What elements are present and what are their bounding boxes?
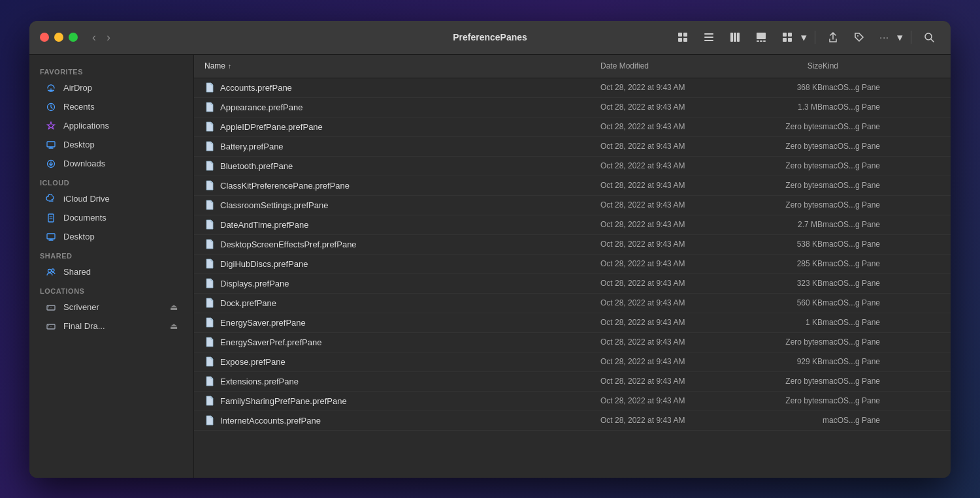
finder-window: ‹ › PreferencePanes	[29, 21, 951, 478]
svg-rect-22	[47, 142, 55, 147]
sidebar-label-documents: Documents	[63, 213, 106, 223]
table-row[interactable]: Dock.prefPane Oct 28, 2022 at 9:43 AM 56…	[194, 294, 951, 313]
svg-rect-15	[788, 33, 792, 37]
file-kind: macOS...g Pane	[823, 337, 940, 347]
view-group-dropdown[interactable]: ▾	[800, 28, 808, 47]
svg-rect-30	[47, 234, 55, 239]
sidebar-item-shared[interactable]: Shared	[35, 263, 188, 281]
sidebar-label-airdrop: AirDrop	[63, 83, 92, 93]
file-date: Oct 28, 2022 at 9:43 AM	[600, 220, 744, 229]
table-row[interactable]: ClassroomSettings.prefPane Oct 28, 2022 …	[194, 196, 951, 215]
svg-rect-0	[678, 33, 682, 37]
svg-rect-11	[757, 40, 759, 42]
table-row[interactable]: Displays.prefPane Oct 28, 2022 at 9:43 A…	[194, 274, 951, 294]
sidebar-item-desktop-fav[interactable]: Desktop	[35, 136, 188, 154]
table-row[interactable]: Accounts.prefPane Oct 28, 2022 at 9:43 A…	[194, 78, 951, 98]
file-date: Oct 28, 2022 at 9:43 AM	[600, 83, 744, 92]
svg-rect-2	[678, 38, 682, 42]
view-list-button[interactable]	[698, 29, 720, 46]
view-group-button[interactable]	[776, 29, 798, 46]
more-dropdown[interactable]: ▾	[896, 28, 904, 47]
table-row[interactable]: EnergySaver.prefPane Oct 28, 2022 at 9:4…	[194, 313, 951, 333]
share-button[interactable]	[822, 29, 844, 46]
svg-rect-13	[763, 40, 766, 42]
favorites-header: Favorites	[29, 63, 193, 78]
file-name-text: ClassroomSettings.prefPane	[220, 200, 328, 210]
sidebar-label-desktop-fav: Desktop	[63, 140, 95, 149]
table-row[interactable]: Bluetooth.prefPane Oct 28, 2022 at 9:43 …	[194, 157, 951, 176]
close-button[interactable]	[40, 33, 49, 42]
table-row[interactable]: DesktopScreenEffectsPref.prefPane Oct 28…	[194, 235, 951, 255]
sidebar-item-documents[interactable]: Documents	[35, 209, 188, 227]
table-row[interactable]: Appearance.prefPane Oct 28, 2022 at 9:43…	[194, 98, 951, 117]
icloud-drive-icon	[45, 193, 57, 205]
col-kind-header[interactable]: Kind	[823, 61, 940, 70]
more-button[interactable]: ···	[874, 29, 894, 45]
table-row[interactable]: EnergySaverPref.prefPane Oct 28, 2022 at…	[194, 333, 951, 352]
sidebar-item-downloads[interactable]: Downloads	[35, 155, 188, 173]
col-name-header[interactable]: Name ↑	[204, 61, 600, 70]
file-icon	[204, 337, 215, 347]
shared-header: Shared	[29, 247, 193, 262]
view-gallery-button[interactable]	[750, 29, 772, 46]
file-date: Oct 28, 2022 at 9:43 AM	[600, 357, 744, 366]
final-draft-eject-icon[interactable]: ⏏	[170, 321, 178, 331]
svg-rect-5	[704, 37, 713, 38]
table-row[interactable]: FamilySharingPrefPane.prefPane Oct 28, 2…	[194, 392, 951, 411]
sidebar-item-icloud-drive[interactable]: iCloud Drive	[35, 190, 188, 208]
sidebar-label-desktop-icloud: Desktop	[63, 232, 95, 241]
svg-rect-14	[783, 33, 787, 37]
file-kind: macOS...g Pane	[823, 102, 940, 112]
col-date-header[interactable]: Date Modified	[600, 61, 744, 70]
final-draft-drive-icon	[45, 320, 57, 332]
back-button[interactable]: ‹	[88, 28, 100, 47]
sidebar-item-final-draft[interactable]: Final Dra... ⏏	[35, 317, 188, 335]
table-row[interactable]: InternetAccounts.prefPane Oct 28, 2022 a…	[194, 411, 951, 431]
file-date: Oct 28, 2022 at 9:43 AM	[600, 298, 744, 307]
maximize-button[interactable]	[69, 33, 78, 42]
search-button[interactable]	[918, 29, 940, 46]
view-columns-button[interactable]	[724, 29, 746, 46]
sidebar-item-recents[interactable]: Recents	[35, 98, 188, 116]
file-date: Oct 28, 2022 at 9:43 AM	[600, 142, 744, 151]
table-row[interactable]: Extensions.prefPane Oct 28, 2022 at 9:43…	[194, 372, 951, 392]
file-name-text: EnergySaverPref.prefPane	[220, 337, 321, 347]
forward-button[interactable]: ›	[103, 28, 114, 47]
file-icon	[204, 200, 215, 210]
sidebar-label-icloud-drive: iCloud Drive	[63, 194, 110, 204]
col-size-header[interactable]: Size	[744, 61, 823, 70]
table-row[interactable]: Battery.prefPane Oct 28, 2022 at 9:43 AM…	[194, 137, 951, 157]
tag-button[interactable]	[848, 29, 870, 46]
file-name-text: Expose.prefPane	[220, 357, 286, 367]
file-date: Oct 28, 2022 at 9:43 AM	[600, 396, 744, 405]
sidebar-item-airdrop[interactable]: AirDrop	[35, 79, 188, 97]
file-name-text: ClassKitPreferencePane.prefPane	[220, 181, 350, 191]
minimize-button[interactable]	[54, 33, 63, 42]
file-icon	[204, 396, 215, 406]
main-content: Name ↑ Date Modified Size Kind	[194, 55, 951, 478]
sidebar-item-desktop-icloud[interactable]: Desktop	[35, 228, 188, 246]
table-row[interactable]: DigiHubDiscs.prefPane Oct 28, 2022 at 9:…	[194, 255, 951, 274]
svg-rect-17	[788, 38, 792, 42]
view-icons-button[interactable]	[672, 29, 694, 46]
file-date: Oct 28, 2022 at 9:43 AM	[600, 102, 744, 112]
file-kind: macOS...g Pane	[823, 181, 940, 190]
table-row[interactable]: AppleIDPrefPane.prefPane Oct 28, 2022 at…	[194, 117, 951, 137]
sort-arrow: ↑	[228, 63, 231, 70]
svg-point-34	[52, 269, 54, 272]
file-size: Zero bytes	[744, 396, 823, 405]
toolbar: ▾ ··· ▾	[672, 28, 940, 47]
svg-point-18	[857, 35, 858, 37]
sidebar-label-recents: Recents	[63, 102, 95, 112]
file-icon	[204, 298, 215, 308]
file-name-text: DigiHubDiscs.prefPane	[220, 259, 308, 269]
sidebar-item-applications[interactable]: Applications	[35, 117, 188, 135]
table-row[interactable]: ClassKitPreferencePane.prefPane Oct 28, …	[194, 176, 951, 196]
file-kind: macOS...g Pane	[823, 357, 940, 366]
sidebar-label-shared: Shared	[63, 267, 91, 277]
sidebar-item-scrivener[interactable]: Scrivener ⏏	[35, 298, 188, 317]
table-row[interactable]: DateAndTime.prefPane Oct 28, 2022 at 9:4…	[194, 215, 951, 235]
titlebar: ‹ › PreferencePanes	[29, 21, 951, 55]
scrivener-eject-icon[interactable]: ⏏	[170, 302, 178, 312]
table-row[interactable]: Expose.prefPane Oct 28, 2022 at 9:43 AM …	[194, 352, 951, 372]
